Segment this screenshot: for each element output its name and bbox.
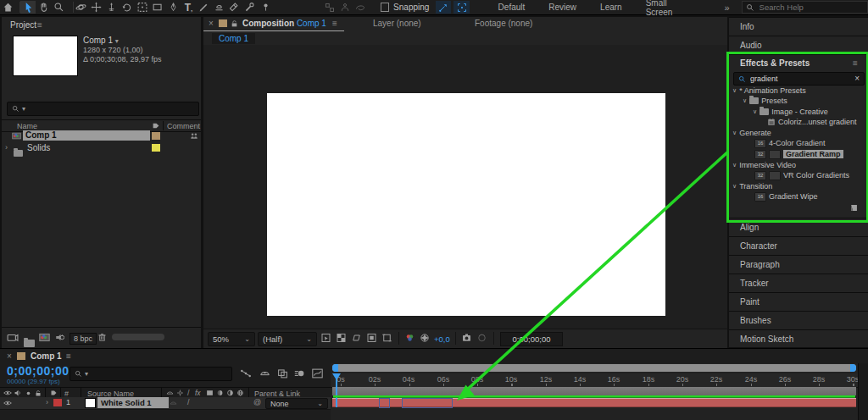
tree-item-transition-category[interactable]: ∨Transition xyxy=(732,181,772,191)
effects-search-input[interactable] xyxy=(748,74,845,84)
audio-column-icon[interactable] xyxy=(14,390,22,396)
tree-item-image-creative-folder[interactable]: ∨Image - Creative xyxy=(753,107,828,117)
workspace-overflow-icon[interactable]: » xyxy=(724,3,729,13)
frame-blend-switch-icon[interactable] xyxy=(206,390,214,396)
timeline-navigator-bar[interactable] xyxy=(332,364,856,372)
timeline-vertical-scrollbar[interactable] xyxy=(858,363,868,420)
zoom-tool-icon[interactable] xyxy=(51,1,66,14)
navigator-end-handle[interactable] xyxy=(850,364,856,372)
help-search-input[interactable] xyxy=(758,2,854,13)
panel-brushes[interactable]: Brushes xyxy=(729,311,868,329)
tree-item-gradient-ramp[interactable]: 32Gradient Ramp xyxy=(754,149,843,159)
project-search-box[interactable]: ▾ xyxy=(7,102,199,116)
eraser-tool-icon[interactable] xyxy=(227,1,242,14)
frame-blend-icon[interactable] xyxy=(277,368,288,379)
workspace-tab-review[interactable]: Review xyxy=(548,3,576,12)
snapping-option-icon-1[interactable] xyxy=(436,1,451,14)
bit-depth-button[interactable]: 8 bpc xyxy=(70,333,97,345)
fx-switch-icon[interactable]: fx xyxy=(195,389,201,397)
layer-quality-icon[interactable]: / xyxy=(187,398,190,406)
zoom-level-dropdown[interactable]: 50%⌄ xyxy=(208,332,255,346)
motion-blur-switch-icon[interactable] xyxy=(216,390,224,396)
navigator-start-handle[interactable] xyxy=(332,364,338,372)
help-search-box[interactable] xyxy=(742,1,868,14)
trash-icon[interactable] xyxy=(97,332,107,342)
tree-item-presets-folder[interactable]: ∨Presets xyxy=(743,96,787,106)
project-row-comp1[interactable]: Comp 1 xyxy=(2,130,201,141)
new-composition-icon[interactable] xyxy=(39,333,50,342)
new-animation-preset-icon[interactable] xyxy=(849,203,859,213)
workspace-tab-small-screen[interactable]: Small Screen xyxy=(646,0,694,17)
3d-switch-icon[interactable] xyxy=(236,390,244,396)
camera-tool-icon[interactable] xyxy=(135,1,150,14)
tree-item-gradient-wipe[interactable]: 16Gradient Wipe xyxy=(754,191,818,202)
project-row-solids[interactable]: › Solids xyxy=(2,142,201,153)
layer-duration-bar[interactable] xyxy=(332,398,856,407)
tree-item-generate-category[interactable]: ∨Generate xyxy=(732,128,771,138)
workspace-tab-default[interactable]: Default xyxy=(498,3,526,12)
parent-dropdown[interactable]: None⌄ xyxy=(265,398,328,409)
rectangle-tool-icon[interactable] xyxy=(150,1,165,14)
panel-motion-sketch[interactable]: Motion Sketch xyxy=(729,329,868,347)
panel-audio[interactable]: Audio xyxy=(729,36,868,54)
resolution-dropdown[interactable]: (Half)⌄ xyxy=(258,332,317,346)
exposure-value[interactable]: +0,0 xyxy=(434,334,450,344)
close-tab-icon[interactable]: × xyxy=(209,19,214,28)
tree-item-colorize-preset[interactable]: Coloriz...unset gradient xyxy=(767,117,857,127)
panel-menu-icon[interactable]: ≡ xyxy=(66,351,71,361)
timeline-search-box[interactable]: ▾ xyxy=(70,367,232,381)
clear-search-icon[interactable]: × xyxy=(854,74,860,83)
label-color-swatch[interactable] xyxy=(152,132,160,140)
close-tab-icon[interactable]: × xyxy=(7,351,12,361)
project-panel-menu-icon[interactable]: ≡ xyxy=(37,20,42,30)
panel-tracker[interactable]: Tracker xyxy=(729,274,868,292)
search-options-icon[interactable]: ▾ xyxy=(22,105,25,113)
motion-blur-icon[interactable] xyxy=(294,368,305,379)
layer-shy-icon[interactable] xyxy=(170,400,177,406)
graph-editor-icon[interactable] xyxy=(312,368,323,379)
current-timecode[interactable]: 0;00;00;00 xyxy=(7,364,70,378)
quality-switch-icon[interactable]: / xyxy=(187,389,190,397)
interpret-footage-icon[interactable] xyxy=(7,333,19,342)
dolly-camera-tool-icon[interactable] xyxy=(104,1,120,14)
type-tool-icon[interactable]: T, xyxy=(181,1,196,14)
effects-search-box[interactable]: × xyxy=(733,72,865,86)
panel-paragraph[interactable]: Paragraph xyxy=(729,255,868,274)
home-icon[interactable] xyxy=(0,1,15,14)
toolbar-extra-icon-1[interactable] xyxy=(322,1,337,14)
selection-tool-icon[interactable] xyxy=(20,1,36,14)
layer-visibility-eye-icon[interactable] xyxy=(3,400,12,406)
layer-expander-icon[interactable]: › xyxy=(46,398,48,406)
tab-footage[interactable]: Footage (none) xyxy=(475,19,532,28)
panel-menu-icon[interactable]: ≡ xyxy=(853,58,858,68)
comp-subtab[interactable]: Comp 1 xyxy=(212,33,255,44)
project-item-name[interactable]: Comp 1 xyxy=(23,130,150,141)
toolbar-extra-icon-2[interactable] xyxy=(337,1,353,14)
rotate-tool-icon[interactable] xyxy=(120,1,135,14)
pen-tool-icon[interactable] xyxy=(165,1,181,14)
shy-layers-icon[interactable] xyxy=(259,368,270,379)
expander-icon[interactable]: › xyxy=(5,143,8,152)
solo-column-icon[interactable] xyxy=(25,390,31,396)
mini-flowchart-icon[interactable] xyxy=(240,368,252,379)
lock-icon[interactable] xyxy=(231,19,238,28)
mask-visibility-icon[interactable] xyxy=(351,333,362,343)
label-color-column-icon[interactable] xyxy=(152,122,160,130)
collapse-switch-icon[interactable] xyxy=(176,390,184,396)
transparency-grid-icon[interactable] xyxy=(336,333,347,343)
column-comment[interactable]: Comment xyxy=(167,122,200,130)
timeline-tab[interactable]: Comp 1 xyxy=(31,351,62,361)
layer-bar-handle[interactable] xyxy=(379,398,390,408)
guides-icon[interactable] xyxy=(320,333,331,343)
adjustment-switch-icon[interactable] xyxy=(226,390,234,396)
shy-switch-icon[interactable] xyxy=(166,390,174,396)
label-color-swatch[interactable] xyxy=(152,144,160,152)
pan-camera-tool-icon[interactable] xyxy=(89,1,104,14)
playhead-marker[interactable] xyxy=(332,373,341,380)
time-ruler[interactable]: 0s 02s 04s 06s 08s 10s 12s 14s 16s 18s 2… xyxy=(331,373,858,388)
panel-paint[interactable]: Paint xyxy=(729,292,868,311)
new-folder-icon[interactable] xyxy=(24,340,35,347)
horizontal-scrollbar[interactable] xyxy=(112,334,164,340)
label-column-icon[interactable] xyxy=(50,390,58,396)
channel-rgb-icon[interactable] xyxy=(404,333,415,343)
